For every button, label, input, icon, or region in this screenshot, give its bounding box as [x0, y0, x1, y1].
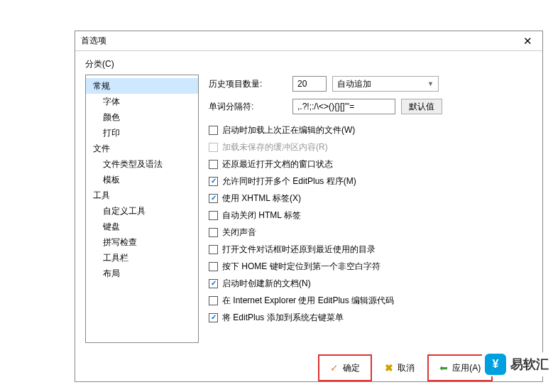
tree-item[interactable]: 布局	[86, 266, 198, 281]
arrow-left-icon: ⬅	[439, 362, 448, 374]
default-button[interactable]: 默认值	[401, 99, 442, 114]
option-label: 启动时加载上次正在编辑的文件(W)	[222, 124, 355, 136]
option-row[interactable]: 启动时创建新的文档(N)	[209, 275, 532, 292]
option-label: 关闭声音	[222, 226, 256, 239]
option-row[interactable]: 启动时加载上次正在编辑的文件(W)	[209, 121, 532, 138]
watermark-text: 易软汇	[510, 356, 549, 373]
history-count-label: 历史项目数量:	[209, 78, 287, 90]
checkbox[interactable]	[209, 126, 218, 135]
tree-item[interactable]: 拼写检查	[86, 234, 198, 250]
tree-item[interactable]: 常规	[86, 78, 198, 94]
highlight-ok: ✓ 确定	[318, 354, 372, 381]
checkbox[interactable]	[209, 177, 218, 186]
option-row[interactable]: 关闭声音	[209, 224, 532, 241]
option-row[interactable]: 自动关闭 HTML 标签	[209, 207, 532, 224]
apply-label: 应用(A)	[452, 362, 481, 374]
dialog-title: 首选项	[81, 35, 106, 47]
checkbox	[209, 143, 218, 152]
option-row[interactable]: 还原最近打开文档的窗口状态	[209, 156, 532, 173]
checkbox[interactable]	[209, 160, 218, 169]
checkbox[interactable]	[209, 245, 218, 254]
option-row[interactable]: 使用 XHTML 标签(X)	[209, 190, 532, 207]
check-icon: ✓	[330, 362, 339, 374]
option-row[interactable]: 按下 HOME 键时定位到第一个非空白字符	[209, 258, 532, 275]
option-row[interactable]: 在 Internet Explorer 使用 EditPlus 编辑源代码	[209, 292, 532, 309]
auto-append-value: 自动追加	[337, 78, 371, 90]
settings-pane: 历史项目数量: 自动追加 ▼ 单词分隔符: 默认值 启动时加载上次正在编辑的文件…	[209, 75, 532, 343]
options-checklist: 启动时加载上次正在编辑的文件(W)加载未保存的缓冲区内容(R)还原最近打开文档的…	[209, 121, 532, 326]
option-row: 加载未保存的缓冲区内容(R)	[209, 138, 532, 156]
cancel-label: 取消	[398, 362, 415, 374]
option-row[interactable]: 打开文件对话框时还原到最近使用的目录	[209, 241, 532, 258]
category-label: 分类(C)	[85, 58, 532, 70]
preferences-dialog: 首选项 ✕ 分类(C) 常规字体颜色打印文件文件类型及语法模板工具自定义工具键盘…	[75, 31, 543, 382]
cancel-button[interactable]: ✖ 取消	[376, 358, 423, 378]
option-label: 在 Internet Explorer 使用 EditPlus 编辑源代码	[222, 294, 394, 307]
word-separator-label: 单词分隔符:	[209, 101, 287, 113]
tree-item[interactable]: 文件	[86, 141, 198, 156]
chevron-down-icon: ▼	[427, 80, 434, 87]
category-tree[interactable]: 常规字体颜色打印文件文件类型及语法模板工具自定义工具键盘拼写检查工具栏布局	[85, 75, 199, 343]
tree-item[interactable]: 工具栏	[86, 250, 198, 266]
tree-item[interactable]: 颜色	[86, 109, 198, 125]
tree-item[interactable]: 打印	[86, 125, 198, 141]
tree-item[interactable]: 自定义工具	[86, 203, 198, 219]
ok-label: 确定	[343, 362, 360, 374]
checkbox[interactable]	[209, 262, 218, 271]
option-row[interactable]: 将 EditPlus 添加到系统右键菜单	[209, 309, 532, 326]
titlebar: 首选项 ✕	[75, 31, 542, 51]
option-label: 允许同时打开多个 EditPlus 程序(M)	[222, 175, 356, 187]
option-label: 使用 XHTML 标签(X)	[222, 192, 301, 205]
option-label: 启动时创建新的文档(N)	[222, 277, 311, 290]
tree-item[interactable]: 工具	[86, 187, 198, 203]
apply-button[interactable]: ⬅ 应用(A)	[431, 358, 489, 378]
word-separator-input[interactable]	[292, 99, 395, 114]
tree-item[interactable]: 文件类型及语法	[86, 156, 198, 172]
checkbox[interactable]	[209, 296, 218, 305]
dialog-body: 分类(C) 常规字体颜色打印文件文件类型及语法模板工具自定义工具键盘拼写检查工具…	[75, 51, 542, 349]
ok-button[interactable]: ✓ 确定	[322, 358, 368, 378]
logo-icon: ¥	[485, 354, 506, 375]
checkbox[interactable]	[209, 228, 218, 237]
checkbox[interactable]	[209, 211, 218, 220]
option-label: 还原最近打开文档的窗口状态	[222, 158, 333, 170]
checkbox[interactable]	[209, 279, 218, 288]
close-icon[interactable]: ✕	[519, 33, 537, 49]
option-label: 将 EditPlus 添加到系统右键菜单	[222, 311, 344, 324]
checkbox[interactable]	[209, 313, 218, 322]
option-label: 按下 HOME 键时定位到第一个非空白字符	[222, 260, 380, 273]
cancel-icon: ✖	[385, 362, 393, 374]
watermark: ¥ 易软汇	[482, 352, 552, 376]
option-label: 自动关闭 HTML 标签	[222, 209, 301, 222]
tree-item[interactable]: 键盘	[86, 219, 198, 234]
tree-item[interactable]: 模板	[86, 172, 198, 187]
option-label: 加载未保存的缓冲区内容(R)	[222, 141, 328, 153]
checkbox[interactable]	[209, 194, 218, 203]
history-count-input[interactable]	[292, 76, 327, 92]
option-label: 打开文件对话框时还原到最近使用的目录	[222, 243, 376, 256]
tree-item[interactable]: 字体	[86, 94, 198, 109]
button-bar: ✓ 确定 ✖ 取消 ⬅ 应用(A) ? 帮	[75, 349, 542, 381]
option-row[interactable]: 允许同时打开多个 EditPlus 程序(M)	[209, 173, 532, 190]
auto-append-select[interactable]: 自动追加 ▼	[332, 76, 439, 92]
